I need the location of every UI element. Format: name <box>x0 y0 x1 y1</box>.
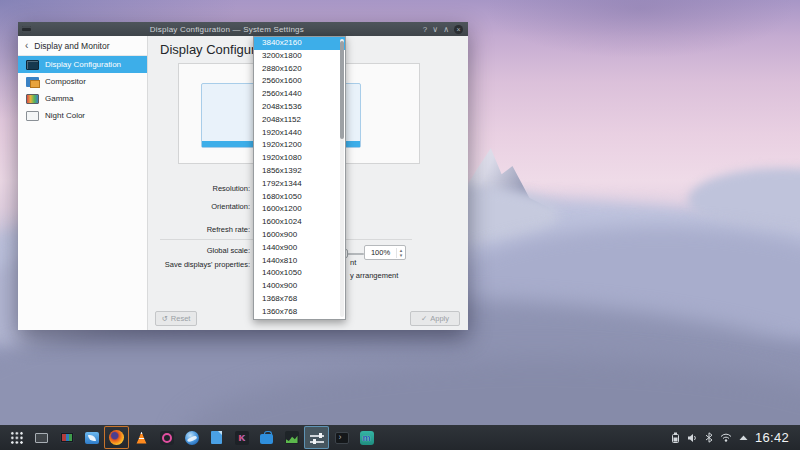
tray-expand-icon[interactable] <box>739 435 748 441</box>
window-title: Display Configuration — System Settings <box>31 25 423 34</box>
sidebar-item-gamma[interactable]: Gamma <box>18 90 147 107</box>
app-icon <box>22 26 31 33</box>
resolution-option[interactable]: 2048x1536 <box>254 101 345 114</box>
resolution-option[interactable]: 2048x1152 <box>254 114 345 127</box>
maximize-button[interactable]: ∧ <box>443 25 449 34</box>
reset-button[interactable]: ↺ Reset <box>155 311 197 326</box>
resolution-option[interactable]: 3840x2160 <box>254 37 345 50</box>
night-color-icon <box>26 111 39 121</box>
task-discover[interactable] <box>254 426 279 449</box>
volume-icon[interactable] <box>687 433 698 443</box>
resolution-option[interactable]: 1440x900 <box>254 242 345 255</box>
task-media-display[interactable] <box>54 426 79 449</box>
task-pager[interactable] <box>29 426 54 449</box>
resolution-option[interactable]: 1920x1200 <box>254 139 345 152</box>
resolution-option[interactable]: 2560x1440 <box>254 88 345 101</box>
vlc-icon <box>135 432 148 444</box>
resolution-option[interactable]: 1920x1080 <box>254 152 345 165</box>
radio-label-fragment-1[interactable]: nt <box>350 258 356 267</box>
save-displays-properties-label: Save displays' properties: <box>150 260 250 269</box>
task-teal-app[interactable] <box>354 426 379 449</box>
display-config-icon <box>26 60 39 70</box>
dropdown-scrollbar[interactable] <box>340 39 344 317</box>
task-system-settings[interactable] <box>304 426 329 449</box>
system-settings-icon <box>310 432 324 444</box>
resolution-option[interactable]: 1792x1344 <box>254 178 345 191</box>
help-button[interactable]: ? <box>423 25 427 34</box>
task-pink-media[interactable] <box>154 426 179 449</box>
task-document-app[interactable] <box>204 426 229 449</box>
resolution-option[interactable]: 1600x900 <box>254 229 345 242</box>
resolution-option[interactable]: 1400x1050 <box>254 267 345 280</box>
sidebar: ‹ Display and Monitor Display Configurat… <box>18 36 148 330</box>
wifi-icon[interactable] <box>720 433 732 442</box>
task-globe-browser[interactable] <box>179 426 204 449</box>
sidebar-header-label: Display and Monitor <box>34 41 109 51</box>
dropdown-scrollbar-thumb[interactable] <box>340 41 344 139</box>
sidebar-item-compositor[interactable]: Compositor <box>18 73 147 90</box>
resolution-option[interactable]: 1856x1392 <box>254 165 345 178</box>
resolution-option[interactable]: 1920x1440 <box>254 127 345 140</box>
discover-icon <box>260 434 273 444</box>
scale-value: 100% <box>365 248 396 257</box>
back-chevron-icon: ‹ <box>25 41 28 51</box>
spinbox-arrows[interactable]: ▴ ▾ <box>396 248 405 258</box>
task-firefox[interactable] <box>104 426 129 449</box>
launcher-icon <box>10 431 24 445</box>
scale-spinbox[interactable]: 100% ▴ ▾ <box>364 245 406 260</box>
sidebar-item-night-color[interactable]: Night Color <box>18 107 147 124</box>
close-button[interactable]: × <box>454 25 463 34</box>
media-display-icon <box>60 432 74 443</box>
resolution-option[interactable]: 1600x1024 <box>254 216 345 229</box>
sidebar-back-header[interactable]: ‹ Display and Monitor <box>18 36 147 56</box>
resolution-option[interactable]: 3200x1800 <box>254 50 345 63</box>
resolution-option[interactable]: 1600x1200 <box>254 203 345 216</box>
resolution-option[interactable]: 1368x768 <box>254 293 345 306</box>
reset-label: Reset <box>171 314 191 323</box>
resolution-option[interactable]: 2880x1620 <box>254 63 345 76</box>
spin-down-icon[interactable]: ▾ <box>400 253 403 258</box>
system-monitor-icon <box>285 431 299 444</box>
apply-button[interactable]: ✓ Apply <box>410 311 460 326</box>
task-vlc[interactable] <box>129 426 154 449</box>
radio-label-fragment-2[interactable]: y arrangement <box>350 271 398 280</box>
resolution-option[interactable]: 1400x900 <box>254 280 345 293</box>
task-krita[interactable] <box>229 426 254 449</box>
refresh-rate-label: Refresh rate: <box>150 225 250 234</box>
bluetooth-icon[interactable] <box>705 432 713 443</box>
reset-icon: ↺ <box>162 314 168 323</box>
resolution-option[interactable]: 1440x810 <box>254 255 345 268</box>
minimize-button[interactable]: ∨ <box>432 25 438 34</box>
task-launcher[interactable] <box>4 426 29 449</box>
sidebar-item-display-configuration[interactable]: Display Configuration <box>18 56 147 73</box>
taskbar: 16:42 <box>0 425 800 450</box>
sidebar-item-label: Gamma <box>45 94 73 103</box>
apply-label: Apply <box>430 314 449 323</box>
resolution-option[interactable]: 1680x1050 <box>254 191 345 204</box>
terminal-icon <box>335 432 349 444</box>
task-terminal[interactable] <box>329 426 354 449</box>
apply-icon: ✓ <box>421 314 427 323</box>
task-list <box>4 426 379 449</box>
sidebar-item-label: Night Color <box>45 111 85 120</box>
resolution-label: Resolution: <box>150 184 250 193</box>
task-system-monitor[interactable] <box>279 426 304 449</box>
resolution-dropdown-list: 3840x2160 3200x1800 2880x1620 2560x1600 … <box>254 37 345 319</box>
firefox-icon <box>109 430 124 445</box>
sidebar-item-label: Display Configuration <box>45 60 121 69</box>
desktop: Display Configuration — System Settings … <box>0 0 800 450</box>
gamma-icon <box>26 94 39 104</box>
titlebar[interactable]: Display Configuration — System Settings … <box>18 22 468 36</box>
sidebar-item-label: Compositor <box>45 77 86 86</box>
document-app-icon <box>211 431 222 444</box>
compositor-icon <box>26 77 39 87</box>
sidebar-list: Display Configuration Compositor Gamma <box>18 56 147 124</box>
globe-browser-icon <box>185 431 199 445</box>
krita-icon <box>235 431 249 445</box>
resolution-option[interactable]: 1360x768 <box>254 306 345 319</box>
clock[interactable]: 16:42 <box>755 430 789 445</box>
resolution-option[interactable]: 2560x1600 <box>254 75 345 88</box>
battery-icon[interactable] <box>671 432 680 443</box>
task-file-manager[interactable] <box>79 426 104 449</box>
pager-icon <box>35 433 48 443</box>
